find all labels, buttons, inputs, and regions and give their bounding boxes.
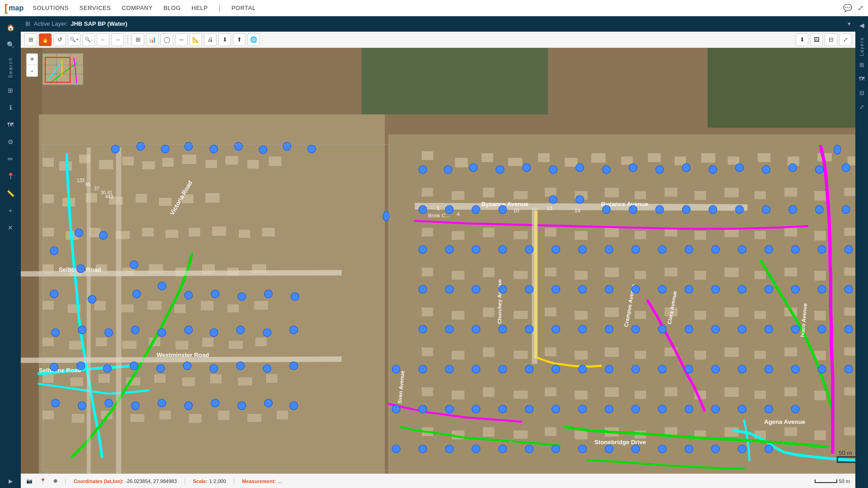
zoom-in-btn[interactable]: + (26, 53, 38, 65)
tool-expand[interactable]: ⤢ (839, 33, 852, 46)
svg-point-457 (834, 145, 841, 155)
tool-line[interactable]: ─ (175, 33, 188, 46)
sidebar-plus-btn[interactable]: + (3, 203, 18, 218)
nav-divider: | (219, 4, 221, 12)
layers-tool-3[interactable]: ⊟ (858, 88, 866, 98)
layer-dropdown-btn[interactable]: ▾ (848, 20, 851, 27)
nav-services[interactable]: SERVICES (80, 5, 111, 11)
svg-rect-462 (43, 54, 83, 85)
logo[interactable]: [ map (5, 3, 24, 13)
svg-rect-111 (844, 188, 855, 196)
scale-item: Scale: 1:2,000 (193, 479, 226, 484)
svg-rect-148 (513, 310, 528, 319)
svg-rect-77 (228, 341, 243, 349)
location-btn-status[interactable]: 📍 (40, 478, 46, 484)
svg-point-410 (419, 405, 427, 413)
svg-point-436 (685, 445, 693, 453)
svg-rect-195 (483, 427, 495, 437)
svg-rect-18 (42, 194, 54, 204)
sidebar-info-btn[interactable]: ℹ (3, 100, 18, 115)
svg-point-336 (445, 245, 453, 253)
sidebar-ruler-btn[interactable]: 📏 (3, 186, 18, 201)
map-container[interactable]: Selborne Road Selborne Road Westminster … (21, 48, 855, 474)
layers-tool-2[interactable]: 🗺 (857, 74, 867, 84)
tool-image[interactable]: 🖼 (810, 33, 823, 46)
tool-zoom-in[interactable]: 🔍+ (68, 33, 80, 46)
layers-panel: ◀ Layers ⊞ 🗺 ⊟ ⤢ (855, 16, 868, 488)
chat-icon[interactable]: 💬 (843, 4, 852, 12)
svg-point-414 (525, 405, 533, 413)
tool-select[interactable]: ⊞ (24, 33, 37, 46)
svg-point-301 (496, 166, 504, 174)
svg-rect-206 (814, 430, 826, 440)
svg-point-273 (236, 326, 245, 334)
svg-rect-124 (754, 231, 766, 239)
svg-rect-114 (451, 231, 464, 240)
tool-circle[interactable]: ◯ (160, 33, 173, 46)
tool-layout[interactable]: ⊟ (825, 33, 837, 46)
svg-rect-191 (844, 387, 855, 396)
nav-portal[interactable]: PORTAL (231, 5, 256, 11)
sidebar-collapse-btn[interactable]: ▶ (9, 478, 13, 484)
svg-point-403 (712, 365, 720, 373)
svg-point-322 (576, 196, 584, 204)
svg-rect-6 (42, 158, 54, 167)
svg-rect-115 (483, 227, 495, 237)
zoom-out-btn[interactable]: - (26, 65, 38, 77)
nav-help[interactable]: HELP (192, 5, 208, 11)
tool-download[interactable]: ⬇ (218, 33, 231, 46)
svg-point-424 (792, 405, 800, 413)
svg-point-384 (712, 325, 720, 333)
svg-point-243 (111, 145, 119, 153)
sidebar-layers-btn[interactable]: ⊞ (3, 83, 18, 98)
sidebar-edit-btn[interactable]: ✏ (3, 151, 18, 167)
tool-fire[interactable]: 🔥 (39, 33, 52, 46)
svg-rect-132 (513, 271, 528, 279)
svg-point-265 (291, 293, 299, 301)
svg-point-305 (603, 166, 611, 174)
status-bar: 📷 📍 ⊕ | Coordinates (lat,lon): -26.02385… (21, 474, 855, 488)
svg-rect-32 (189, 227, 200, 237)
layers-expand-btn[interactable]: ◀ (858, 20, 866, 31)
tool-grid[interactable]: ⊞ (132, 33, 144, 46)
tool-globe[interactable]: 🌐 (247, 33, 260, 46)
sidebar-home-btn[interactable]: 🏠 (3, 20, 18, 35)
layers-tool-1[interactable]: ⊞ (858, 60, 866, 70)
sidebar-settings-btn[interactable]: ⚙ (3, 134, 18, 150)
tool-chart[interactable]: 📊 (146, 33, 159, 46)
svg-point-252 (75, 229, 83, 237)
camera-btn-status[interactable]: 📷 (26, 478, 33, 484)
tool-refresh[interactable]: ↺ (53, 33, 66, 46)
svg-rect-135 (604, 267, 619, 277)
nav-blog[interactable]: BLOG (164, 5, 181, 11)
tool-forward[interactable]: → (111, 33, 124, 46)
svg-point-287 (78, 402, 86, 410)
svg-rect-126 (814, 231, 826, 241)
nav-solutions[interactable]: SOLUTIONS (33, 5, 69, 11)
svg-rect-188 (754, 390, 766, 399)
tool-zoom-out[interactable]: 🔍- (82, 33, 95, 46)
tool-measure[interactable]: 📐 (189, 33, 202, 46)
sidebar-cross-btn[interactable]: ✕ (3, 220, 18, 235)
layers-tool-4[interactable]: ⤢ (858, 102, 866, 112)
svg-point-429 (499, 445, 507, 453)
tool-upload[interactable]: ⬆ (233, 33, 245, 46)
svg-point-300 (469, 164, 477, 172)
tool-print[interactable]: 🖨 (204, 33, 217, 46)
svg-point-434 (632, 445, 640, 453)
svg-rect-93 (189, 414, 202, 423)
svg-rect-137 (664, 267, 677, 277)
sidebar-search-btn[interactable]: 🔍 (3, 37, 18, 52)
svg-point-427 (445, 445, 453, 453)
svg-rect-113 (421, 227, 433, 237)
nav-company[interactable]: COMPANY (122, 5, 152, 11)
svg-rect-189 (784, 387, 797, 397)
tool-export[interactable]: ⬇ (796, 33, 808, 46)
sidebar-map-btn[interactable]: 🗺 (3, 117, 18, 132)
tool-back[interactable]: ← (97, 33, 109, 46)
crosshair-btn-status[interactable]: ⊕ (53, 478, 57, 484)
expand-icon[interactable]: ⤢ (858, 4, 863, 12)
svg-text:1: 1 (437, 205, 440, 211)
sidebar-search-label: Search (8, 57, 13, 78)
sidebar-pin-btn[interactable]: 📍 (3, 169, 18, 184)
